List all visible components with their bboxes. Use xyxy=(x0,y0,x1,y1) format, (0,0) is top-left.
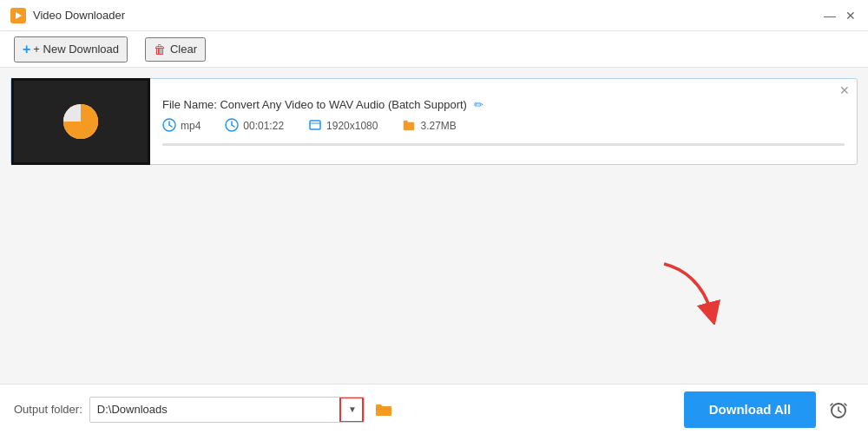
svg-marker-0 xyxy=(16,12,22,19)
video-thumbnail xyxy=(11,78,150,165)
duration-meta: 00:01:22 xyxy=(225,118,284,135)
resolution-meta: 1920x1080 xyxy=(308,118,378,135)
folder-open-icon xyxy=(375,402,392,418)
video-meta-row: mp4 00:01:22 xyxy=(162,118,845,135)
resolution-icon xyxy=(308,118,322,135)
arrow-annotation xyxy=(655,255,725,327)
download-all-label: Download All xyxy=(709,402,791,417)
folder-browse-button[interactable] xyxy=(372,398,396,422)
alarm-button[interactable] xyxy=(823,394,854,425)
format-icon xyxy=(162,118,176,135)
filename-row: File Name: Convert Any Video to WAV Audi… xyxy=(162,98,845,111)
download-all-button[interactable]: Download All xyxy=(684,391,816,428)
format-meta: mp4 xyxy=(162,118,201,135)
edit-icon[interactable]: ✏ xyxy=(474,98,483,111)
resolution-value: 1920x1080 xyxy=(326,120,378,132)
bottom-bar: Output folder: ▼ Download All xyxy=(0,384,868,434)
filesize-meta: 3.27MB xyxy=(402,118,456,135)
dropdown-arrow-icon: ▼ xyxy=(348,404,357,414)
app-title: Video Downloader xyxy=(33,9,823,22)
output-path-container: ▼ xyxy=(89,397,365,423)
format-value: mp4 xyxy=(181,120,201,132)
video-progress-bar xyxy=(162,143,845,146)
new-download-button[interactable]: + + New Download xyxy=(14,36,128,62)
path-dropdown-button[interactable]: ▼ xyxy=(339,397,364,423)
app-icon xyxy=(10,8,26,23)
video-filename: File Name: Convert Any Video to WAV Audi… xyxy=(162,98,467,111)
video-card: File Name: Convert Any Video to WAV Audi… xyxy=(10,78,858,165)
window-controls: — ✕ xyxy=(823,9,858,23)
clear-label: Clear xyxy=(170,43,197,56)
toolbar: + + New Download 🗑 Clear xyxy=(0,31,868,68)
thumbnail-pie-chart xyxy=(59,100,102,143)
plus-icon: + xyxy=(23,42,30,57)
output-path-input[interactable] xyxy=(90,403,340,416)
filesize-folder-icon xyxy=(402,118,416,135)
new-download-label: + New Download xyxy=(33,43,119,56)
main-content: File Name: Convert Any Video to WAV Audi… xyxy=(0,68,868,384)
filesize-value: 3.27MB xyxy=(420,120,456,132)
svg-rect-4 xyxy=(310,121,320,129)
arrow-svg xyxy=(655,255,725,325)
clear-button[interactable]: 🗑 Clear xyxy=(145,37,206,62)
title-bar: Video Downloader — ✕ xyxy=(0,0,868,31)
card-close-button[interactable]: ✕ xyxy=(839,84,850,96)
close-button[interactable]: ✕ xyxy=(844,9,858,23)
video-info: File Name: Convert Any Video to WAV Audi… xyxy=(150,89,857,155)
duration-value: 00:01:22 xyxy=(243,120,284,132)
clock-icon xyxy=(225,118,239,135)
output-folder-label: Output folder: xyxy=(14,403,82,416)
minimize-button[interactable]: — xyxy=(823,9,837,23)
trash-icon: 🗑 xyxy=(154,43,166,56)
alarm-icon xyxy=(828,399,849,420)
